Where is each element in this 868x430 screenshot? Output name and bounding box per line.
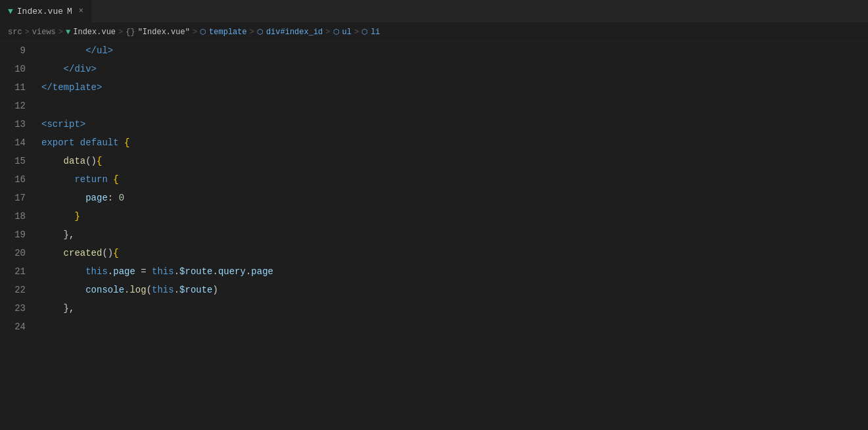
tab-close-button[interactable]: × <box>79 7 83 16</box>
line-number-22: 22 <box>0 281 36 299</box>
code-line-9: 9 </ul> <box>0 41 868 60</box>
index-vue-tab[interactable]: ▼ Index.vue M × <box>0 0 92 23</box>
breadcrumb-sep4: > <box>193 28 197 37</box>
breadcrumb-vue-icon: ▼ <box>66 28 70 37</box>
breadcrumb-sep6: > <box>325 28 330 37</box>
line-content-15: data(){ <box>39 152 102 170</box>
line-number-24: 24 <box>0 318 36 336</box>
tab-modified-indicator: M <box>67 7 72 16</box>
breadcrumb-template[interactable]: template <box>209 28 247 37</box>
line-content-9: </ul> <box>39 41 113 60</box>
line-number-12: 12 <box>0 97 36 115</box>
breadcrumb-li-icon: ⬡ <box>361 28 368 36</box>
breadcrumb-ul-icon: ⬡ <box>333 28 340 36</box>
code-line-17: 17 page: 0 <box>0 189 868 207</box>
line-content-11: </template> <box>39 78 102 97</box>
line-content-17: page: 0 <box>39 189 124 207</box>
code-line-20: 20 created(){ <box>0 244 868 262</box>
code-line-14: 14 export default { <box>0 133 868 152</box>
breadcrumb-li[interactable]: li <box>371 28 380 37</box>
line-number-19: 19 <box>0 226 36 244</box>
tab-filename: Index.vue <box>17 7 63 16</box>
code-line-11: 11 </template> <box>0 78 868 97</box>
code-line-10: 10 </div> <box>0 60 868 78</box>
breadcrumb-sep5: > <box>250 28 254 37</box>
breadcrumb-div[interactable]: div#index_id <box>266 28 323 37</box>
code-line-23: 23 }, <box>0 299 868 318</box>
code-line-12: 12 <box>0 97 868 115</box>
line-number-16: 16 <box>0 170 36 189</box>
code-editor[interactable]: 9 </ul> 10 </div> 11 </template> 12 13 <… <box>0 41 868 430</box>
line-content-10: </div> <box>39 60 97 78</box>
breadcrumb-indexvue2[interactable]: "Index.vue" <box>138 28 190 37</box>
line-number-18: 18 <box>0 207 36 226</box>
line-content-22: console.log(this.$route) <box>39 281 218 299</box>
code-line-24: 24 <box>0 318 868 336</box>
code-line-18: 18 } <box>0 207 868 226</box>
line-content-19: }, <box>39 226 74 244</box>
breadcrumb-views[interactable]: views <box>32 28 56 37</box>
breadcrumb-template-icon: ⬡ <box>200 28 206 36</box>
code-line-21: 21 this.page = this.$route.query.page <box>0 262 868 281</box>
line-number-14: 14 <box>0 133 36 152</box>
line-content-21: this.page = this.$route.query.page <box>39 262 273 281</box>
line-number-11: 11 <box>0 78 36 97</box>
breadcrumb-ul[interactable]: ul <box>342 28 352 37</box>
line-number-15: 15 <box>0 152 36 170</box>
code-line-19: 19 }, <box>0 226 868 244</box>
breadcrumb-bar: src > views > ▼ Index.vue > {} "Index.vu… <box>0 23 868 41</box>
line-number-20: 20 <box>0 244 36 262</box>
breadcrumb-indexvue[interactable]: Index.vue <box>73 28 116 37</box>
breadcrumb-sep7: > <box>354 28 359 37</box>
line-content-20: created(){ <box>39 244 119 262</box>
breadcrumb-curly: {} <box>126 28 135 37</box>
tab-bar: ▼ Index.vue M × <box>0 0 868 23</box>
line-number-17: 17 <box>0 189 36 207</box>
breadcrumb-sep2: > <box>58 28 63 37</box>
breadcrumb-src[interactable]: src <box>8 28 22 37</box>
line-number-9: 9 <box>0 41 36 60</box>
line-number-10: 10 <box>0 60 36 78</box>
line-content-13: <script> <box>39 115 85 133</box>
code-line-22: 22 console.log(this.$route) <box>0 281 868 299</box>
line-content-16: return { <box>39 170 119 189</box>
vue-tab-icon: ▼ <box>8 7 13 16</box>
breadcrumb-div-icon: ⬡ <box>257 28 263 36</box>
code-line-15: 15 data(){ <box>0 152 868 170</box>
line-content-14: export default { <box>39 133 129 152</box>
breadcrumb-sep1: > <box>25 28 30 37</box>
line-content-23: }, <box>39 299 74 318</box>
line-number-13: 13 <box>0 115 36 133</box>
line-number-23: 23 <box>0 299 36 318</box>
line-number-21: 21 <box>0 262 36 281</box>
line-content-18: } <box>39 207 80 226</box>
code-line-16: 16 return { <box>0 170 868 189</box>
code-line-13: 13 <script> <box>0 115 868 133</box>
breadcrumb-sep3: > <box>118 28 123 37</box>
